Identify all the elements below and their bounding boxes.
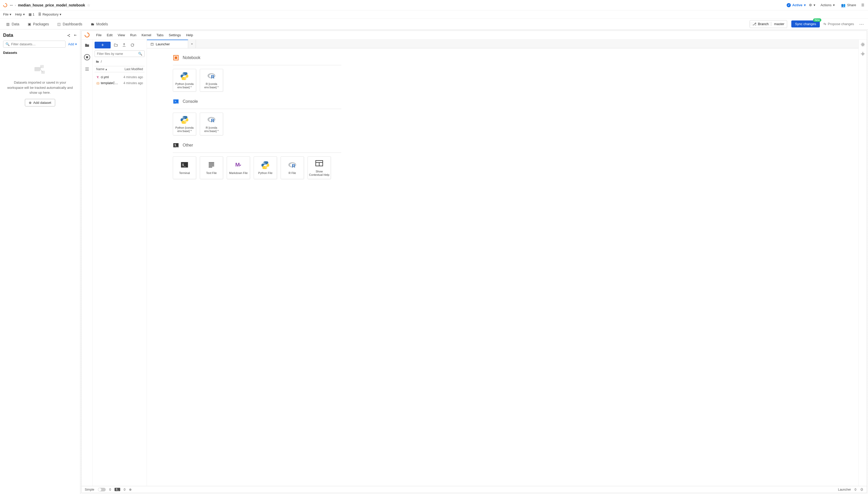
jp-menu-view[interactable]: View <box>115 32 128 39</box>
launcher-card-icon <box>260 160 271 170</box>
top-tab-packages[interactable]: ▣ Packages <box>24 20 53 28</box>
status-count-1: 0 <box>109 488 111 491</box>
tab-label: Packages <box>33 22 49 26</box>
debugger-icon[interactable] <box>861 52 865 56</box>
branch-selector[interactable]: ⎇ Branch master <box>750 20 787 28</box>
launcher-card-icon <box>179 72 190 81</box>
modified-column-header[interactable]: Last Modified <box>125 67 143 71</box>
launcher-card-other-ctxhelp[interactable]: Show Contextual Help <box>308 156 331 179</box>
lineage-icon[interactable] <box>67 33 72 38</box>
file-row[interactable]: Y:ci.yml4 minutes ago <box>95 74 145 80</box>
data-panel-title: Data <box>3 33 13 38</box>
chevron-down-icon: ▾ <box>804 3 806 7</box>
repository-dropdown[interactable]: 🗄 Repository ▾ <box>38 13 61 16</box>
section-notebook-icon <box>173 55 179 61</box>
app-logo[interactable] <box>3 3 8 8</box>
empty-datasets-text: Datasets imported or saved in your works… <box>6 80 74 95</box>
terminal-status-icon[interactable]: $_ <box>114 488 120 491</box>
file-filter-input[interactable]: 🔍 <box>95 51 145 57</box>
share-label: Share <box>847 3 856 7</box>
launcher-card-other-terminal[interactable]: $_Terminal <box>173 156 196 179</box>
workspace-count-value: 1 <box>33 13 35 16</box>
more-menu-button[interactable]: ⋯ <box>857 21 865 27</box>
launcher-card-label: Text File <box>206 171 217 175</box>
jp-menu-file[interactable]: File <box>94 32 104 39</box>
launcher-card-label: Python [conda env:base] * <box>174 82 195 89</box>
launcher-card-console-python[interactable]: Python [conda env:base] * <box>173 113 196 135</box>
jp-menu-settings[interactable]: Settings <box>166 32 183 39</box>
file-browser-tab-icon[interactable] <box>84 42 90 49</box>
launcher-card-other-markdown[interactable]: MMarkdown File <box>227 156 250 179</box>
new-launcher-button[interactable]: + <box>95 42 111 49</box>
workspace-count[interactable]: ▦ 1 <box>29 13 35 16</box>
filter-datasets-input[interactable]: 🔍 <box>3 41 66 48</box>
launcher-card-other-rfile[interactable]: RR File <box>281 156 304 179</box>
top-tab-dashboards[interactable]: ◫ Dashboards <box>54 20 86 28</box>
chevron-down-icon: ▾ <box>75 42 77 46</box>
filter-datasets-field[interactable] <box>11 42 63 46</box>
share-button[interactable]: 👥 Share <box>839 2 858 8</box>
jupyter-logo[interactable] <box>84 32 90 38</box>
actions-dropdown[interactable]: Actions ▾ <box>818 2 837 8</box>
launcher-card-other-pyfile[interactable]: Python File <box>254 156 277 179</box>
add-tab-button[interactable]: + <box>188 40 196 48</box>
file-row[interactable]: {·}templateC…4 minutes ago <box>95 80 145 86</box>
share-icon: 👥 <box>841 3 846 7</box>
breadcrumb-ellipsis-icon[interactable]: ••• <box>10 4 13 7</box>
name-column-header[interactable]: Name <box>96 67 105 71</box>
branch-label: Branch <box>758 22 769 26</box>
tab-label: Dashboards <box>63 22 82 26</box>
launcher-card-icon: R <box>206 115 217 125</box>
kernel-status-icon[interactable]: ⊕ <box>129 488 132 491</box>
launcher-card-notebook-r[interactable]: RR [conda env:base] * <box>200 69 223 92</box>
property-inspector-icon[interactable] <box>861 42 865 47</box>
jp-menu-run[interactable]: Run <box>128 32 139 39</box>
help-menu[interactable]: Help ▾ <box>15 13 25 16</box>
launcher-tab[interactable]: Launcher <box>147 40 188 48</box>
launcher-card-icon: $_ <box>179 160 190 170</box>
propose-changes-button[interactable]: ⇆ Propose changes <box>821 20 856 27</box>
launcher-card-label: Terminal <box>179 171 190 175</box>
empty-datasets-illustration <box>32 63 48 76</box>
jp-menu-edit[interactable]: Edit <box>104 32 115 39</box>
add-dataset-button[interactable]: ⊕ Add dataset <box>25 99 55 107</box>
file-name: ci.yml <box>101 75 109 79</box>
top-tab-models[interactable]: 🖿 Models <box>87 20 112 28</box>
notification-bell-icon[interactable] <box>860 488 864 491</box>
refresh-icon[interactable] <box>129 42 135 48</box>
file-filter-field[interactable] <box>97 52 138 56</box>
breadcrumb-path[interactable]: / <box>101 60 102 63</box>
folder-path-icon[interactable] <box>96 60 99 63</box>
sync-changes-button[interactable]: Sync changes New <box>791 20 820 27</box>
section-other-icon: $_ <box>173 142 179 148</box>
status-mode-label: Launcher <box>838 488 851 491</box>
new-folder-icon[interactable] <box>113 42 119 48</box>
simple-mode-label: Simple <box>85 488 94 491</box>
favorite-star-icon[interactable]: ☆ <box>87 3 90 7</box>
launcher-card-notebook-python[interactable]: Python [conda env:base] * <box>173 69 196 92</box>
jp-menu-kernel[interactable]: Kernel <box>139 32 154 39</box>
status-active-dropdown[interactable]: ✓ Active ▾ <box>787 3 806 7</box>
breadcrumb-title[interactable]: median_house_price_model_notebook <box>18 3 85 7</box>
package-icon: ▣ <box>28 22 31 26</box>
svg-point-2 <box>69 34 70 35</box>
simple-mode-toggle[interactable] <box>98 488 106 491</box>
upload-icon[interactable] <box>121 42 127 48</box>
collapse-panel-icon[interactable]: ⇤ <box>74 33 77 38</box>
panel-toggle-button[interactable]: ☰ <box>860 2 865 8</box>
toc-tab-icon[interactable] <box>84 66 90 72</box>
jp-menu-tabs[interactable]: Tabs <box>154 32 166 39</box>
jp-menu-help[interactable]: Help <box>183 32 196 39</box>
top-tab-data[interactable]: ▥ Data <box>3 20 23 28</box>
launcher-card-icon <box>206 160 217 170</box>
launcher-card-console-r[interactable]: RR [conda env:base] * <box>200 113 223 135</box>
settings-gear-dropdown[interactable]: ⚙ ▾ <box>808 2 816 8</box>
file-type-icon: Y: <box>96 76 100 79</box>
launcher-card-other-text[interactable]: Text File <box>200 156 223 179</box>
running-kernels-tab-icon[interactable] <box>84 54 90 60</box>
chevron-right-icon: › <box>15 4 16 7</box>
file-menu[interactable]: File ▾ <box>3 13 12 16</box>
launcher-tab-label: Launcher <box>156 42 170 46</box>
add-dropdown[interactable]: Add ▾ <box>68 42 77 46</box>
add-label: Add <box>68 42 74 46</box>
